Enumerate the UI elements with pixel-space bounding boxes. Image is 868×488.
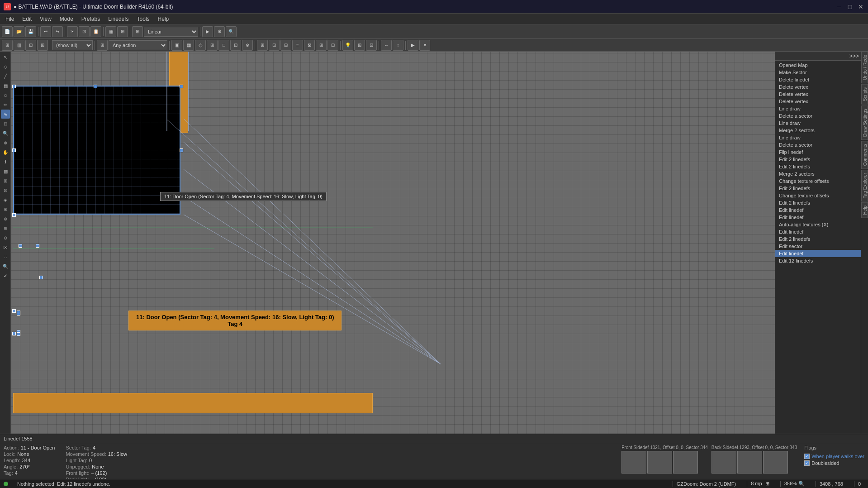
tb2-4[interactable]: ⊞: [37, 40, 48, 51]
back-tex-middle[interactable]: [737, 451, 762, 474]
flag-label-1[interactable]: When player walks over: [811, 454, 864, 459]
history-item-15[interactable]: Merge 2 sectors: [775, 170, 861, 177]
menu-tools[interactable]: Tools: [133, 15, 153, 23]
menu-view[interactable]: View: [36, 15, 55, 23]
tool-thing2[interactable]: ⊡: [1, 186, 10, 195]
tool-pan[interactable]: ✋: [1, 148, 10, 157]
or-node2[interactable]: [12, 332, 16, 335]
tool-misc1[interactable]: ⊛: [1, 205, 10, 214]
sel-node-or1[interactable]: [17, 311, 20, 314]
flag-check-2[interactable]: ✓: [804, 460, 810, 466]
tb2-19[interactable]: ⊡: [327, 40, 338, 51]
sel-node-bm3[interactable]: [39, 276, 43, 279]
new-btn[interactable]: 📄: [2, 26, 13, 37]
sel-node-bl[interactable]: [12, 213, 16, 217]
tb2-14[interactable]: ⊡: [269, 40, 280, 51]
minimize-button[interactable]: ─: [835, 3, 843, 10]
or-node1[interactable]: [12, 309, 16, 313]
tb2-5[interactable]: ⊞: [97, 40, 108, 51]
open-btn[interactable]: 📂: [14, 26, 24, 37]
tool-ok[interactable]: ✔: [1, 271, 10, 280]
history-item-17[interactable]: Edit 2 linedefs: [775, 185, 861, 192]
tb2-20[interactable]: 💡: [342, 40, 353, 51]
history-item-8[interactable]: Line draw: [775, 120, 861, 127]
history-item-24[interactable]: Edit 2 linedefs: [775, 235, 861, 243]
history-item-14[interactable]: Edit 2 linedefs: [775, 163, 861, 170]
history-item-21[interactable]: Edit linedef: [775, 214, 861, 221]
vtab-scripts[interactable]: Scripts: [861, 84, 868, 105]
tb2-23[interactable]: ↔: [381, 40, 392, 51]
tool-misc3[interactable]: ∷: [1, 252, 10, 261]
mode-dropdown[interactable]: Linear: [144, 27, 198, 37]
tb2-22[interactable]: ⊡: [366, 40, 377, 51]
cut-btn[interactable]: ✂: [67, 26, 78, 37]
menu-linedefs[interactable]: Linedefs: [104, 15, 132, 23]
vtab-undo[interactable]: Undo / Redo: [861, 52, 868, 83]
tb2-8[interactable]: ◎: [195, 40, 206, 51]
tb2-16[interactable]: ≡: [292, 40, 303, 51]
tool-draw[interactable]: ✏: [1, 100, 10, 109]
vtab-tag[interactable]: Tag Explorer: [861, 170, 868, 201]
tb2-21[interactable]: ⊞: [354, 40, 365, 51]
history-item-4[interactable]: Delete vertex: [775, 91, 861, 98]
mode-icon[interactable]: ⊞: [132, 26, 143, 37]
tb2-18[interactable]: ⊞: [316, 40, 327, 51]
tb2-13[interactable]: ⊞: [257, 40, 268, 51]
mode-btn[interactable]: ⊞: [117, 26, 128, 37]
sel-node-ml[interactable]: [12, 148, 16, 152]
play-dropdown[interactable]: ▾: [419, 40, 430, 51]
history-item-22[interactable]: Auto-align textures (X): [775, 221, 861, 228]
tool-vertex[interactable]: ◇: [1, 62, 10, 71]
tool-search2[interactable]: 🔍: [1, 262, 10, 271]
tb2-12[interactable]: ⊗: [242, 40, 253, 51]
tb2-1[interactable]: ⊞: [2, 40, 13, 51]
menu-prefabs[interactable]: Prefabs: [78, 15, 104, 23]
history-item-7[interactable]: Delete a sector: [775, 112, 861, 120]
tb2-24[interactable]: ↕: [393, 40, 403, 51]
history-item-23[interactable]: Edit linedef: [775, 228, 861, 235]
history-item-25[interactable]: Edit sector: [775, 243, 861, 250]
action-dropdown[interactable]: Any action: [109, 40, 167, 50]
test-btn[interactable]: ▶: [202, 26, 213, 37]
save-btn[interactable]: 💾: [25, 26, 36, 37]
sel-node-tl[interactable]: [12, 85, 16, 88]
flag-check-1[interactable]: ✓: [804, 454, 810, 459]
tool-bridge[interactable]: ⊟: [1, 119, 10, 128]
filter-dropdown[interactable]: (show all): [52, 40, 93, 50]
menu-mode[interactable]: Mode: [56, 15, 77, 23]
history-item-16[interactable]: Change texture offsets: [775, 177, 861, 185]
play-btn[interactable]: ▶: [408, 40, 418, 51]
history-item-10[interactable]: Line draw: [775, 134, 861, 141]
sel-node-bm1[interactable]: [19, 244, 22, 248]
history-item-2[interactable]: Delete linedef: [775, 76, 861, 83]
history-item-3[interactable]: Delete vertex: [775, 83, 861, 91]
sel-node-or2[interactable]: [17, 332, 20, 336]
menu-help[interactable]: Help: [154, 15, 173, 23]
tool-zoom[interactable]: ⊕: [1, 138, 10, 147]
history-item-9[interactable]: Merge 2 sectors: [775, 127, 861, 134]
vtab-draw[interactable]: Draw Settings: [861, 105, 868, 140]
history-item-27[interactable]: Edit 12 linedefs: [775, 257, 861, 264]
history-item-11[interactable]: Delete a sector: [775, 141, 861, 148]
tool-snap[interactable]: ⋈: [1, 243, 10, 252]
sel-node-tr[interactable]: [180, 85, 183, 88]
tb2-7[interactable]: ▦: [183, 40, 194, 51]
history-item-6[interactable]: Line draw: [775, 105, 861, 112]
tool-info[interactable]: ℹ: [1, 157, 10, 166]
tool-line[interactable]: ╱: [1, 72, 10, 81]
history-item-20[interactable]: Edit linedef: [775, 206, 861, 214]
sector-btn[interactable]: ▦: [105, 26, 116, 37]
tool-find[interactable]: 🔍: [1, 129, 10, 138]
history-item-5[interactable]: Delete vertex: [775, 98, 861, 105]
redo-btn[interactable]: ↪: [52, 26, 63, 37]
front-tex-middle[interactable]: [647, 451, 672, 474]
history-item-18[interactable]: Change texture offsets: [775, 192, 861, 199]
tool-floor[interactable]: ⊞: [1, 176, 10, 185]
maximize-button[interactable]: □: [846, 3, 854, 10]
tb2-2[interactable]: ▨: [14, 40, 24, 51]
sel-node-bm2[interactable]: [36, 244, 39, 248]
history-item-0[interactable]: Opened Map: [775, 62, 861, 69]
back-tex-upper[interactable]: [711, 451, 736, 474]
tb2-11[interactable]: ⊡: [230, 40, 241, 51]
tool-sector[interactable]: ▦: [1, 81, 10, 90]
